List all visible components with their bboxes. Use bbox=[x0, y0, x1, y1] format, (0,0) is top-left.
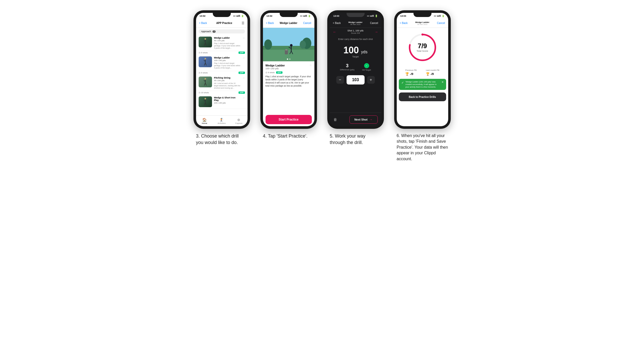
decrement-button[interactable]: − bbox=[336, 76, 344, 84]
drill-item-4[interactable]: Wedge & Short Iron Play 100–140 yds ☆ bbox=[196, 95, 248, 109]
svg-line-3 bbox=[204, 43, 205, 46]
shots-count-2: ◷ 9 shots bbox=[199, 72, 208, 74]
clock-icon-2: ◷ bbox=[199, 72, 200, 74]
svg-rect-32 bbox=[285, 49, 287, 50]
svg-line-13 bbox=[204, 83, 205, 86]
drill-thumb-img-1 bbox=[199, 37, 212, 47]
drill-name-1: Wedge Ladder bbox=[214, 37, 241, 39]
signal-icon-1: ▪▪▪ bbox=[233, 15, 236, 17]
pb-row: Previous PB 🏆 -/9 Last month PB 🏆 -/9 bbox=[397, 67, 448, 78]
pb-item-previous: Previous PB 🏆 -/9 bbox=[405, 69, 417, 76]
previous-pb-num: -/9 bbox=[410, 72, 413, 75]
shots-text-3: 10 shots bbox=[201, 91, 209, 94]
star-icon-2[interactable]: ☆ bbox=[243, 56, 245, 59]
phone-column-3: 13:03 ▪▪▪ wifi 🔋 < Back Wedge Ladder 06 … bbox=[326, 10, 385, 146]
detail-app-badge: APP bbox=[276, 71, 282, 74]
target-display: 100 yds Target bbox=[330, 43, 381, 61]
nav-title-2: Wedge Ladder bbox=[280, 22, 297, 24]
drill-footer-1: ◷ 9 shots APP bbox=[196, 51, 248, 54]
drill-info-2: Wedge Ladder 100–140 yds Play 1 shot at … bbox=[214, 56, 241, 69]
nav-back-1[interactable]: < Back bbox=[199, 22, 207, 24]
detail-shots-row: ◷ 9 shots APP bbox=[266, 71, 312, 74]
phone-notch-3 bbox=[347, 13, 365, 17]
svg-point-10 bbox=[205, 78, 206, 80]
star-icon-1[interactable]: ☆ bbox=[243, 37, 245, 39]
svg-point-0 bbox=[205, 38, 206, 40]
input-row: − 103 + bbox=[330, 73, 381, 87]
target-label: Target bbox=[352, 55, 359, 58]
detail-drill-yardage: 100–140 yds bbox=[266, 67, 285, 70]
next-shot-label: Next Shot bbox=[354, 118, 367, 121]
hit-target-label: Hit Target bbox=[362, 69, 371, 71]
drill-description: Play 1 shot at each target yardage. If y… bbox=[266, 75, 312, 88]
star-icon-3[interactable]: ☆ bbox=[243, 77, 245, 79]
spacer-3 bbox=[330, 87, 381, 113]
shots-count-1: ◷ 9 shots bbox=[199, 52, 208, 54]
status-time-1: 13:02 bbox=[200, 15, 206, 17]
nav-back-4[interactable]: < Back bbox=[400, 22, 408, 24]
pb-item-lastmonth: Last month PB 🏆 -/9 bbox=[426, 69, 439, 76]
phone-frame-2: 13:02 ▪▪▪ wifi 🔋 < Back Wedge Ladder Can… bbox=[260, 10, 317, 129]
star-icon-4[interactable]: ☆ bbox=[243, 96, 245, 99]
drill-item-1[interactable]: Wedge Ladder 50–100 yds Play 1 shot at e… bbox=[196, 35, 248, 51]
back-to-drills-button[interactable]: Back to Practice Drills bbox=[399, 92, 446, 101]
drill-item-3[interactable]: Pitching String 55–100 yds Hit 1 shot at… bbox=[196, 75, 248, 91]
caption-2: 4. Tap 'Start Practice'. bbox=[263, 133, 314, 139]
success-toast: ✓ 'Wedge Ladder (100–140 yds)' was creat… bbox=[399, 79, 446, 90]
drill-yardage-1: 50–100 yds bbox=[214, 39, 241, 42]
drill-yardage-4: 100–140 yds bbox=[214, 102, 241, 104]
nav-back-2[interactable]: < Back bbox=[266, 22, 274, 24]
clock-icon-3: ◷ bbox=[199, 91, 200, 94]
svg-line-4 bbox=[205, 43, 206, 46]
detail-shots-text: 9 shots bbox=[268, 71, 275, 74]
status-icons-3: ▪▪▪ wifi 🔋 bbox=[367, 15, 378, 17]
status-time-2: 13:02 bbox=[267, 15, 272, 17]
previous-pb-label: Previous PB bbox=[405, 69, 417, 71]
drill-desc-3: Hit 1 shot at each of the 10 target dist… bbox=[214, 82, 241, 89]
screen-content-2: Wedge Ladder 100–140 yds ☆ ◷ 9 shots APP bbox=[263, 28, 314, 126]
nav-cancel-2[interactable]: Cancel bbox=[303, 22, 311, 24]
shot-nav-info: Shot 1, 100 yds Score 5/9 bbox=[347, 29, 364, 34]
drill-item-2[interactable]: Wedge Ladder 100–140 yds Play 1 shot at … bbox=[196, 55, 248, 71]
trophy-icon-1: 🏆 bbox=[405, 72, 409, 76]
status-icons-2: ▪▪▪ wifi 🔋 bbox=[300, 15, 311, 17]
nav-back-3[interactable]: < Back bbox=[333, 22, 341, 24]
trash-icon[interactable]: 🗑 bbox=[333, 117, 337, 122]
detail-name-container: Wedge Ladder 100–140 yds bbox=[266, 64, 285, 70]
wifi-icon-3: wifi bbox=[370, 15, 374, 17]
nav-cancel-3[interactable]: Cancel bbox=[370, 22, 378, 24]
drill-thumb-1 bbox=[199, 37, 212, 47]
phone-frame-4: 13:03 ▪▪▪ wifi 🔋 < Back Wedge Ladder 06 … bbox=[394, 10, 451, 129]
tab-capture[interactable]: ⊕ Capture bbox=[230, 116, 248, 126]
nav-action-1[interactable]: ☰ bbox=[242, 21, 244, 25]
tab-home[interactable]: 🏠 Home bbox=[196, 116, 213, 126]
wifi-icon-2: wifi bbox=[303, 15, 307, 17]
lastmonth-pb-value: 🏆 -/9 bbox=[426, 72, 439, 76]
hero-dot-1 bbox=[287, 58, 288, 60]
shot-input[interactable]: 103 bbox=[347, 75, 365, 84]
nav-bar-1: < Back APP Practice ☰ bbox=[196, 19, 248, 28]
drill-thumb-img-3 bbox=[199, 77, 212, 87]
difference-label: Difference (yds) bbox=[340, 69, 354, 71]
detail-drill-name: Wedge Ladder bbox=[266, 64, 285, 67]
nav-cancel-4[interactable]: Cancel bbox=[437, 22, 445, 24]
clock-icon-detail: ◷ bbox=[266, 71, 267, 74]
hit-target-icon: ✓ bbox=[364, 63, 369, 68]
score-main-value: 7/9 bbox=[417, 43, 428, 49]
detail-star-icon[interactable]: ☆ bbox=[310, 64, 312, 67]
next-shot-arrow[interactable]: → bbox=[374, 30, 378, 34]
start-practice-button[interactable]: Start Practice bbox=[266, 115, 312, 124]
signal-icon-4: ▪▪▪ bbox=[434, 15, 436, 17]
prev-shot-arrow[interactable]: ← bbox=[333, 30, 337, 34]
tab-activities[interactable]: 🏌️ Activities bbox=[213, 116, 230, 126]
nav-title-4a: Wedge Ladder bbox=[415, 21, 429, 23]
tab-activities-label: Activities bbox=[218, 122, 226, 124]
toast-close-button[interactable]: ✕ bbox=[442, 81, 444, 83]
increment-button[interactable]: + bbox=[367, 76, 375, 84]
drill-desc-1: Play 1 shot at each target yardage. If y… bbox=[214, 42, 241, 49]
shots-count-3: ◷ 10 shots bbox=[199, 91, 209, 94]
drill-thumb-2 bbox=[199, 56, 212, 67]
next-shot-button[interactable]: Next Shot → bbox=[349, 115, 377, 124]
shot-nav-score: Score 5/9 bbox=[347, 32, 364, 34]
status-icons-4: ▪▪▪ wifi 🔋 bbox=[434, 15, 445, 17]
